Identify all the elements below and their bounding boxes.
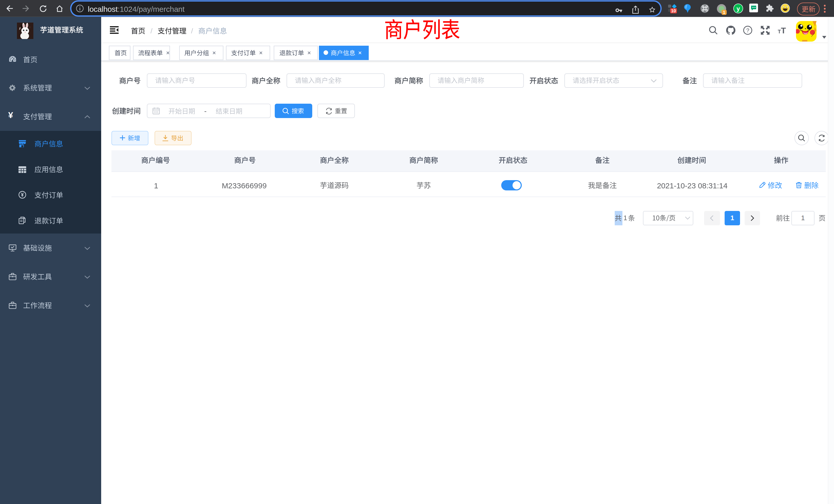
svg-text:?: ? — [746, 27, 749, 33]
svg-text:y: y — [737, 5, 740, 12]
svg-text:1: 1 — [723, 10, 725, 15]
svg-text:10: 10 — [671, 8, 676, 13]
